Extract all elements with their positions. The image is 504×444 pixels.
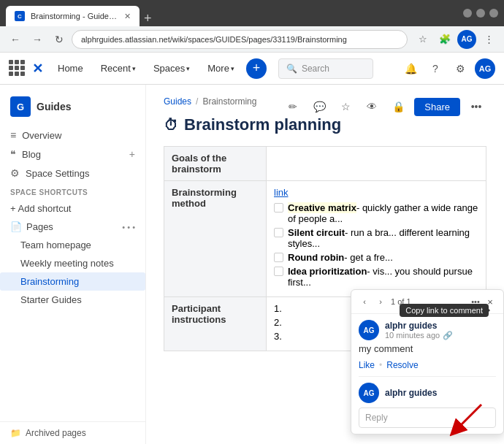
roundrobin-label: Round robin — [288, 252, 344, 263]
search-icon: 🔍 — [286, 64, 297, 74]
idea-label: Idea prioritization — [288, 266, 367, 277]
silent-circuit-label: Silent circuit — [288, 227, 345, 238]
tooltip-text: Copy link to comment — [405, 306, 483, 315]
archived-icon: 📁 — [10, 428, 21, 438]
bookmark-button[interactable]: ☆ — [413, 30, 432, 49]
resolve-button[interactable]: Resolve — [386, 360, 418, 370]
app-switcher-button[interactable] — [9, 60, 26, 77]
creative-checkbox[interactable] — [274, 203, 283, 213]
share-button[interactable]: Share — [414, 98, 460, 116]
space-name: Guides — [37, 101, 71, 112]
sidebar-team-homepage[interactable]: Team homepage — [0, 236, 145, 254]
forward-button[interactable]: → — [28, 30, 47, 49]
breadcrumb-space[interactable]: Guides — [164, 96, 191, 107]
sidebar-weekly-meeting[interactable]: Weekly meeting notes — [0, 254, 145, 272]
more-chevron-icon: ▾ — [231, 65, 234, 72]
breadcrumb-page: Brainstorming — [202, 96, 256, 107]
grid-dot — [9, 72, 13, 76]
method-content: link Creative matrix- quickly gather a w… — [267, 181, 486, 297]
sidebar-brainstorming[interactable]: Brainstorming — [0, 272, 145, 291]
help-button[interactable]: ? — [425, 58, 446, 79]
creative-matrix-highlight: Creative matrix — [288, 202, 356, 213]
breadcrumb-separator: / — [196, 96, 198, 107]
sidebar-item-overview[interactable]: ≡ Overview — [0, 126, 145, 145]
extensions-button[interactable]: 🧩 — [435, 30, 454, 49]
reply-user-row: AG alphr guides — [359, 383, 496, 403]
more-actions-icon[interactable]: ••• — [466, 96, 486, 117]
pages-icon: 📄 — [10, 221, 22, 232]
pages-more-icon[interactable]: • • • — [122, 223, 135, 231]
close-button[interactable] — [489, 9, 498, 18]
comment-navigation: ‹ › — [357, 294, 388, 309]
confluence-logo: ✕ — [32, 61, 43, 77]
settings-button[interactable]: ⚙ — [450, 58, 470, 79]
team-homepage-label: Team homepage — [20, 240, 91, 250]
add-shortcut-item[interactable]: + Add shortcut — [0, 199, 145, 218]
red-arrow-indicator — [445, 405, 481, 441]
goals-content — [267, 147, 486, 181]
comment-prev-button[interactable]: ‹ — [357, 294, 372, 309]
user-avatar[interactable]: AG — [475, 58, 495, 79]
maximize-button[interactable] — [476, 9, 485, 18]
sidebar-pages-header[interactable]: 📄 Pages • • • — [0, 218, 145, 236]
idea-checkbox[interactable] — [274, 267, 283, 276]
tab-favicon: C — [15, 11, 25, 21]
watch-icon[interactable]: 👁 — [362, 96, 382, 117]
sidebar-item-blog[interactable]: ❝ Blog + — [0, 145, 145, 164]
sidebar-starter-guides[interactable]: Starter Guides — [0, 291, 145, 309]
search-box[interactable]: 🔍 Search — [278, 58, 373, 79]
new-tab-button[interactable]: + — [140, 11, 156, 26]
sidebar-blog-label: Blog — [22, 149, 41, 160]
notifications-button[interactable]: 🔔 — [400, 58, 421, 79]
minimize-button[interactable] — [463, 9, 472, 18]
menu-button[interactable]: ⋮ — [479, 30, 498, 49]
comment-avatar: AG — [359, 320, 379, 340]
create-button[interactable]: + — [246, 58, 267, 79]
silent-checkbox[interactable] — [274, 228, 283, 237]
reply-placeholder: Reply — [365, 413, 388, 423]
sidebar-item-space-settings[interactable]: ⚙ Space Settings — [0, 164, 145, 183]
star-icon[interactable]: ☆ — [335, 96, 356, 117]
back-button[interactable]: ← — [6, 30, 25, 49]
active-tab[interactable]: C Brainstorming - Guides - Conflu... ✕ — [6, 6, 140, 26]
archived-pages-item[interactable]: 📁 Archived pages — [0, 421, 145, 444]
nav-spaces[interactable]: Spaces ▾ — [148, 60, 196, 77]
svg-line-1 — [456, 405, 481, 430]
like-button[interactable]: Like — [359, 360, 375, 370]
browser-chrome: C Brainstorming - Guides - Conflu... ✕ + — [0, 0, 504, 26]
copy-link-icon[interactable]: 🔗 — [443, 331, 453, 340]
app-container: ✕ Home Recent ▾ Spaces ▾ More ▾ + 🔍 Sear… — [0, 53, 504, 444]
add-shortcut-label: + Add shortcut — [10, 203, 71, 214]
space-icon: G — [10, 96, 31, 117]
overview-icon: ≡ — [10, 129, 16, 141]
roundrobin-rest: - get a fre... — [344, 252, 392, 263]
url-text: alphrguides.atlassian.net/wiki/spaces/GU… — [81, 35, 347, 44]
nav-more[interactable]: More ▾ — [202, 60, 240, 77]
address-bar[interactable]: alphrguides.atlassian.net/wiki/spaces/GU… — [72, 30, 408, 49]
space-header[interactable]: G Guides — [0, 92, 145, 121]
reply-username: alphr guides — [385, 388, 437, 398]
comment-divider — [359, 376, 496, 377]
comment-next-button[interactable]: › — [373, 294, 388, 309]
blog-add-icon[interactable]: + — [129, 148, 135, 160]
tab-title: Brainstorming - Guides - Conflu... — [31, 12, 118, 20]
weekly-meeting-label: Weekly meeting notes — [20, 258, 114, 269]
restrict-icon[interactable]: 🔒 — [388, 96, 408, 117]
method-link[interactable]: link — [274, 187, 289, 198]
reply-avatar: AG — [359, 383, 379, 403]
page-actions: ✏ 💬 ☆ 👁 🔒 Share ••• — [283, 96, 486, 117]
edit-icon[interactable]: ✏ — [283, 96, 303, 117]
method-item-idea: Idea prioritization- vis... you should p… — [274, 266, 478, 288]
nav-recent[interactable]: Recent ▾ — [95, 60, 142, 77]
comment-user-info: alphr guides 10 minutes ago 🔗 — [385, 321, 496, 340]
grid-dot — [9, 66, 13, 70]
tab-close-button[interactable]: ✕ — [124, 12, 131, 21]
profile-avatar[interactable]: AG — [457, 30, 476, 49]
comment-icon[interactable]: 💬 — [309, 96, 329, 117]
sidebar-overview-label: Overview — [22, 130, 61, 141]
grid-dot — [20, 60, 25, 64]
roundrobin-checkbox[interactable] — [274, 253, 283, 262]
action-separator: • — [379, 360, 382, 370]
reload-button[interactable]: ↻ — [50, 30, 69, 49]
nav-home[interactable]: Home — [52, 60, 89, 77]
